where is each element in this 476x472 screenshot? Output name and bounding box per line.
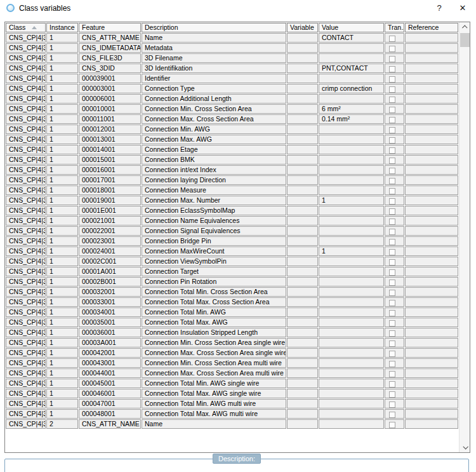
translate-checkbox[interactable] [389, 66, 395, 72]
translate-checkbox[interactable] [389, 229, 395, 235]
cell-class[interactable]: CNS_CP|4|3 [6, 267, 46, 276]
cell-value[interactable] [319, 145, 384, 154]
cell-instance[interactable]: 1 [46, 155, 78, 165]
cell-variable[interactable] [287, 114, 318, 124]
cell-translate[interactable] [385, 379, 404, 388]
cell-value[interactable] [319, 307, 384, 317]
cell-reference[interactable] [405, 94, 458, 104]
cell-value[interactable]: PNT,CONTACT [319, 64, 384, 73]
cell-variable[interactable] [287, 196, 318, 205]
cell-description[interactable]: Connection Total Max. AWG multi wire [142, 409, 286, 419]
table-row[interactable]: CNS_CP|4|3100001A001Connection Target [6, 267, 458, 276]
cell-class[interactable]: CNS_CP|4|3 [6, 43, 46, 53]
cell-variable[interactable] [287, 185, 318, 195]
cell-instance[interactable]: 1 [46, 236, 78, 246]
cell-instance[interactable]: 1 [46, 318, 78, 327]
cell-class[interactable]: CNS_CP|4|3 [6, 389, 46, 398]
cell-class[interactable]: CNS_CP|4|3 [6, 226, 46, 236]
table-row[interactable]: CNS_CP|4|31CNS_3DID3D IdentifikationPNT,… [6, 64, 458, 73]
table-row[interactable]: CNS_CP|4|31CNS_IDMETADATAMetadata [6, 43, 458, 53]
cell-instance[interactable]: 1 [46, 206, 78, 215]
cell-description[interactable]: Connection Etage [142, 145, 286, 154]
cell-variable[interactable] [287, 33, 318, 43]
cell-variable[interactable] [287, 399, 318, 408]
cell-reference[interactable] [405, 297, 458, 307]
cell-translate[interactable] [385, 185, 404, 195]
cell-feature[interactable]: 000023001 [79, 236, 141, 246]
translate-checkbox[interactable] [389, 107, 395, 113]
cell-class[interactable]: CNS_CP|4|3 [6, 368, 46, 378]
cell-translate[interactable] [385, 338, 404, 347]
cell-variable[interactable] [287, 84, 318, 93]
cell-description[interactable]: Connection Measure [142, 185, 286, 195]
cell-feature[interactable]: 00002B001 [79, 277, 141, 287]
cell-reference[interactable] [405, 267, 458, 276]
cell-description[interactable]: Connection Type [142, 84, 286, 93]
cell-reference[interactable] [405, 318, 458, 327]
cell-instance[interactable]: 1 [46, 226, 78, 236]
column-header-description[interactable]: Description [142, 23, 286, 32]
translate-checkbox[interactable] [389, 97, 395, 103]
cell-instance[interactable]: 1 [46, 338, 78, 347]
cell-value[interactable] [319, 236, 384, 246]
cell-variable[interactable] [287, 358, 318, 368]
cell-instance[interactable]: 1 [46, 104, 78, 114]
cell-variable[interactable] [287, 236, 318, 246]
translate-checkbox[interactable] [389, 391, 395, 398]
cell-translate[interactable] [385, 155, 404, 165]
cell-class[interactable]: CNS_CP|4|3 [6, 246, 46, 256]
cell-value[interactable] [319, 155, 384, 165]
cell-reference[interactable] [405, 135, 458, 144]
cell-reference[interactable] [405, 155, 458, 165]
table-row[interactable]: CNS_CP|4|31CNS_ATTR_NAMENameCONTACT [6, 33, 458, 43]
translate-checkbox[interactable] [389, 188, 395, 194]
cell-feature[interactable]: 000014001 [79, 145, 141, 154]
cell-value[interactable] [319, 358, 384, 368]
cell-value[interactable] [319, 399, 384, 408]
cell-variable[interactable] [287, 267, 318, 276]
scroll-down-button[interactable] [459, 442, 470, 452]
cell-description[interactable]: Connection Bridge Pin [142, 236, 286, 246]
table-row[interactable]: CNS_CP|4|31000045001Connection Total Min… [6, 379, 458, 388]
cell-translate[interactable] [385, 328, 404, 337]
cell-class[interactable]: CNS_CP|4|3 [6, 257, 46, 266]
cell-value[interactable] [319, 94, 384, 104]
cell-translate[interactable] [385, 94, 404, 104]
cell-description[interactable]: Connection Min. Cross Section Area singl… [142, 338, 286, 347]
column-header-feature[interactable]: Feature [79, 23, 141, 32]
cell-variable[interactable] [287, 104, 318, 114]
table-row[interactable]: CNS_CP|4|3100001E001Connection EclassSym… [6, 206, 458, 215]
cell-value[interactable] [319, 318, 384, 327]
translate-checkbox[interactable] [389, 76, 395, 83]
cell-value[interactable] [319, 348, 384, 358]
cell-feature[interactable]: 00003A001 [79, 338, 141, 347]
cell-feature[interactable]: 00002C001 [79, 257, 141, 266]
cell-translate[interactable] [385, 84, 404, 93]
cell-variable[interactable] [287, 348, 318, 358]
cell-instance[interactable]: 1 [46, 94, 78, 104]
cell-class[interactable]: CNS_CP|4|3 [6, 409, 46, 419]
table-row[interactable]: CNS_CP|4|31000019001Connection Max. Numb… [6, 196, 458, 205]
cell-description[interactable]: Identifier [142, 74, 286, 83]
translate-checkbox[interactable] [389, 147, 395, 154]
translate-checkbox[interactable] [389, 117, 395, 123]
cell-reference[interactable] [405, 64, 458, 73]
table-row[interactable]: CNS_CP|4|31000011001Connection Max. Cros… [6, 114, 458, 124]
cell-description[interactable]: Connection Signal Equivalences [142, 226, 286, 236]
cell-reference[interactable] [405, 104, 458, 114]
table-row[interactable]: CNS_CP|4|31000023001Connection Bridge Pi… [6, 236, 458, 246]
cell-instance[interactable]: 1 [46, 368, 78, 378]
cell-translate[interactable] [385, 226, 404, 236]
cell-description[interactable]: Connection Max. Number [142, 196, 286, 205]
cell-instance[interactable]: 1 [46, 307, 78, 317]
cell-reference[interactable] [405, 328, 458, 337]
cell-class[interactable]: CNS_CP|4|3 [6, 104, 46, 114]
cell-description[interactable]: Connection Additional Length [142, 94, 286, 104]
cell-class[interactable]: CNS_CP|4|3 [6, 175, 46, 185]
cell-value[interactable] [319, 125, 384, 134]
cell-description[interactable]: Connection Total Max. AWG [142, 318, 286, 327]
close-button[interactable]: ✕ [454, 2, 471, 15]
cell-description[interactable]: Connection Max. Cross Section Area multi… [142, 368, 286, 378]
translate-checkbox[interactable] [389, 290, 395, 296]
cell-feature[interactable]: 000047001 [79, 399, 141, 408]
